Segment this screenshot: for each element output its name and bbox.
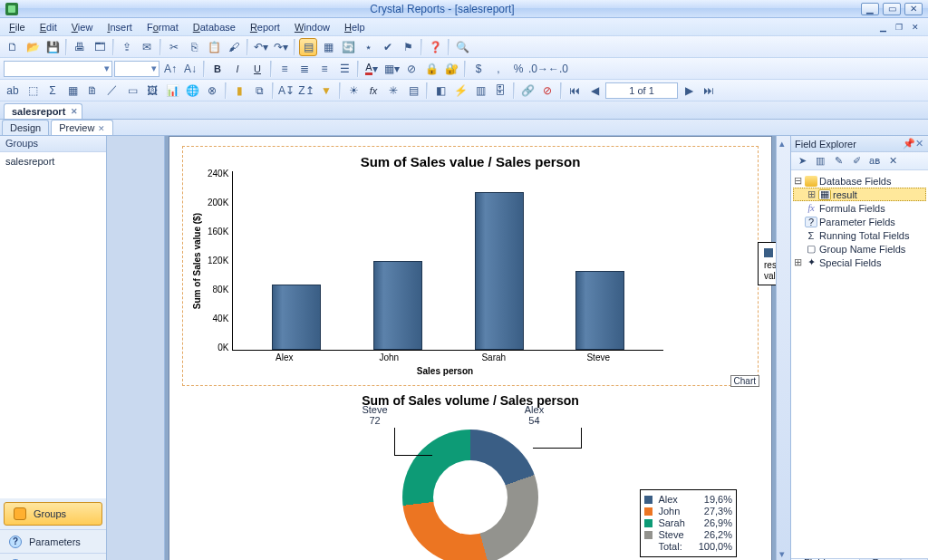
browse-data-icon[interactable]: ▥ <box>813 154 827 169</box>
vertical-scrollbar[interactable] <box>776 136 790 560</box>
font-select[interactable] <box>4 61 112 77</box>
find-icon[interactable]: 🔍 <box>453 38 471 56</box>
sort-desc-icon[interactable]: Z↥ <box>297 82 315 100</box>
tab-design[interactable]: Design <box>2 120 49 135</box>
new-icon[interactable]: ✎ <box>831 154 846 169</box>
node-formula-fields[interactable]: fx Formula Fields <box>793 201 926 215</box>
save-icon[interactable]: 💾 <box>44 38 62 56</box>
tab-preview[interactable]: Preview✕ <box>51 120 113 135</box>
cut-icon[interactable]: ✂ <box>165 38 183 56</box>
menu-report[interactable]: Report <box>245 20 285 34</box>
menu-database[interactable]: Database <box>188 20 241 34</box>
menu-insert[interactable]: Insert <box>102 20 138 34</box>
toggle-field-explorer-icon[interactable]: ▦ <box>319 38 337 56</box>
mail-icon[interactable]: ✉ <box>138 38 156 56</box>
align-justify-icon[interactable]: ☰ <box>335 60 353 78</box>
suppress-icon[interactable]: ⊘ <box>402 60 420 78</box>
font-size-select[interactable] <box>114 61 160 77</box>
menu-format[interactable]: Format <box>141 20 184 34</box>
menu-edit[interactable]: Edit <box>34 20 63 34</box>
menu-file[interactable]: File <box>4 20 31 34</box>
decrease-decimals-icon[interactable]: ←.0 <box>549 60 567 78</box>
rename-icon[interactable]: aʙ <box>867 154 882 169</box>
help-icon[interactable]: ❓ <box>426 38 444 56</box>
child-close-button[interactable]: ✕ <box>908 21 923 34</box>
menu-help[interactable]: Help <box>339 20 371 34</box>
group-root[interactable]: salesreport <box>5 156 101 167</box>
increase-decimals-icon[interactable]: .0→ <box>529 60 547 78</box>
stop-icon[interactable]: ⭑ <box>359 38 377 56</box>
canvas[interactable]: Sum of Sales value / Sales person Sum of… <box>165 136 776 560</box>
undo-icon[interactable]: ↶▾ <box>252 38 270 56</box>
insert-text-icon[interactable]: ab <box>4 82 22 100</box>
decrease-font-icon[interactable]: A↓ <box>181 60 199 78</box>
insert-crosstab-icon[interactable]: ▦ <box>63 82 82 100</box>
insert-box-icon[interactable]: ▭ <box>123 82 141 100</box>
hyperlink-icon[interactable]: 🔗 <box>518 82 536 100</box>
menu-view[interactable]: View <box>66 20 99 34</box>
lock-size-icon[interactable]: 🔐 <box>442 60 460 78</box>
next-page-icon[interactable]: ▶ <box>680 82 698 100</box>
format-painter-icon[interactable]: 🖌 <box>225 38 243 56</box>
highlight-icon[interactable]: ☀ <box>344 82 362 100</box>
node-running-total[interactable]: Σ Running Total Fields <box>793 228 926 242</box>
info-icon[interactable]: ⚑ <box>399 38 417 56</box>
paste-icon[interactable]: 📋 <box>205 38 223 56</box>
sort-asc-icon[interactable]: A↧ <box>277 82 295 100</box>
node-database-fields[interactable]: ⊟ Database Fields <box>793 174 926 188</box>
select-expert-icon[interactable]: ▼ <box>317 82 335 100</box>
insert-chart-icon[interactable]: 📊 <box>163 82 181 100</box>
nav-parameters[interactable]: Parameters <box>0 529 106 553</box>
formula-workshop-icon[interactable]: fx <box>364 82 382 100</box>
child-minimize-button[interactable]: ▁ <box>875 21 890 34</box>
close-icon[interactable]: ✕ <box>914 138 924 150</box>
print-icon[interactable]: 🖶 <box>71 38 89 56</box>
align-right-icon[interactable]: ≡ <box>315 60 334 78</box>
group-expert-icon[interactable]: ⧉ <box>250 82 268 100</box>
lock-format-icon[interactable]: 🔒 <box>422 60 440 78</box>
bold-icon[interactable]: B <box>208 60 227 78</box>
insert-subreport-icon[interactable]: 🗎 <box>83 82 102 100</box>
section-expert-icon[interactable]: ▮ <box>230 82 248 100</box>
close-button[interactable]: ✕ <box>904 3 923 15</box>
template-icon[interactable]: ✳ <box>384 82 402 100</box>
currency-icon[interactable]: $ <box>469 60 488 78</box>
print-preview-icon[interactable]: 🗔 <box>91 38 109 56</box>
doc-tab-salesreport[interactable]: salesreport ✕ <box>4 103 82 119</box>
font-color-icon[interactable]: A▾ <box>362 60 381 78</box>
barcode-icon[interactable]: ▥ <box>471 82 489 100</box>
page-indicator[interactable]: 1 of 1 <box>605 82 678 99</box>
insert-map-icon[interactable]: 🌐 <box>183 82 201 100</box>
edit-icon[interactable]: ✐ <box>849 154 864 169</box>
field-tree[interactable]: ⊟ Database Fields ⊞▦ result fx Formula F… <box>791 170 928 558</box>
insert-group-icon[interactable]: ⬚ <box>24 82 42 100</box>
align-center-icon[interactable]: ≣ <box>295 60 314 78</box>
minimize-button[interactable]: ▁ <box>861 3 879 15</box>
olap-icon[interactable]: ◧ <box>431 82 450 100</box>
borders-icon[interactable]: ▦▾ <box>382 60 401 78</box>
maximize-button[interactable]: ▭ <box>883 3 901 15</box>
flash-icon[interactable]: ⚡ <box>451 82 469 100</box>
open-icon[interactable]: 📂 <box>24 38 42 56</box>
redo-icon[interactable]: ↷▾ <box>272 38 290 56</box>
pin-icon[interactable]: 📌 <box>903 138 914 150</box>
chart-object-bar[interactable]: Sum of Sales value / Sales person Sum of… <box>182 146 759 386</box>
nav-groups[interactable]: Groups <box>4 502 102 526</box>
insert-field-icon[interactable]: ➤ <box>795 154 809 169</box>
underline-icon[interactable]: U <box>248 60 266 78</box>
first-page-icon[interactable]: ⏮ <box>566 82 584 100</box>
toggle-group-tree-icon[interactable]: ▤ <box>299 38 317 56</box>
insert-summary-icon[interactable]: Σ <box>44 82 62 100</box>
percent-icon[interactable]: % <box>509 60 527 78</box>
prev-page-icon[interactable]: ◀ <box>585 82 604 100</box>
node-special-fields[interactable]: ⊞✦ Special Fields <box>793 256 926 269</box>
align-left-icon[interactable]: ≡ <box>276 60 294 78</box>
node-result[interactable]: ⊞▦ result <box>793 188 926 201</box>
node-parameter-fields[interactable]: ? Parameter Fields <box>793 215 926 228</box>
delete-icon[interactable]: ✕ <box>885 154 900 169</box>
groups-tree[interactable]: salesreport <box>0 152 106 498</box>
insert-ole-icon[interactable]: ⊗ <box>203 82 221 100</box>
close-icon[interactable]: ✕ <box>98 124 105 133</box>
node-group-name[interactable]: ▢ Group Name Fields <box>793 242 926 256</box>
menu-window[interactable]: Window <box>289 20 335 34</box>
